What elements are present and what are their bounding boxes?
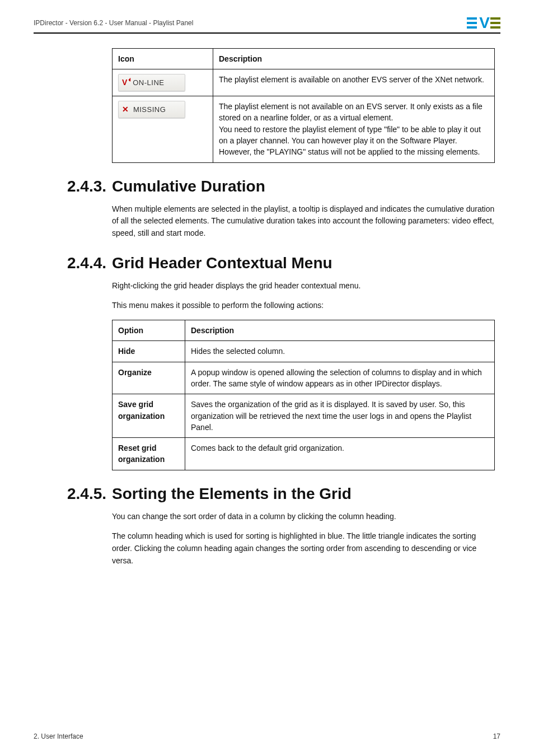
desc-cell-missing: The playlist element is not available on… [213, 96, 495, 162]
sorting-p1: You can change the sort order of data in… [112, 511, 495, 523]
icon-description-table: Icon Description V⏴ ON-LINE The playlist… [112, 48, 495, 163]
opt-organize: Organize [113, 362, 185, 394]
section-number-244: 2.4.4. [67, 254, 106, 272]
section-body-cumulative: When multiple elements are selected in t… [112, 203, 495, 240]
status-box-online-icon: V⏴ ON-LINE [118, 74, 185, 91]
opt-reset-grid-desc: Comes back to the default grid organizat… [185, 438, 495, 470]
missing-desc-line1: The playlist element is not available on… [219, 102, 483, 122]
page-footer: 2. User Interface 17 [34, 732, 500, 740]
status-missing-label: MISSING [133, 105, 166, 114]
online-check-icon: V⏴ [122, 78, 127, 87]
section-number-243: 2.4.3. [67, 178, 106, 195]
desc-cell-online: The playlist element is available on ano… [213, 69, 495, 96]
icon-cell-online: V⏴ ON-LINE [113, 69, 213, 96]
col-icon-header: Icon [113, 49, 213, 69]
missing-desc-line2: You need to restore the playlist element… [219, 125, 481, 157]
col-desc-header: Description [213, 49, 495, 69]
logo-v-icon: V [479, 17, 489, 29]
section-title-cumulative: Cumulative Duration [112, 178, 495, 195]
evs-logo: V [467, 17, 500, 29]
status-box-missing-icon: ✕ MISSING [118, 101, 185, 118]
opt-organize-desc: A popup window is opened allowing the se… [185, 362, 495, 394]
opt-save-grid: Save grid organization [113, 394, 185, 438]
table-header-row: Icon Description [113, 49, 495, 69]
opt-save-grid-desc: Saves the organization of the grid as it… [185, 394, 495, 438]
table-row: V⏴ ON-LINE The playlist element is avail… [113, 69, 495, 96]
footer-left: 2. User Interface [34, 732, 83, 740]
footer-page-number: 17 [493, 732, 500, 740]
section-title-grid-header: Grid Header Contextual Menu [112, 254, 495, 272]
table-row: Save grid organization Saves the organiz… [113, 394, 495, 438]
section-title-sorting: Sorting the Elements in the Grid [112, 485, 495, 503]
product-line: IPDirector - Version 6.2 - User Manual -… [34, 19, 193, 27]
logo-bars-right-icon [490, 17, 500, 29]
icon-cell-missing: ✕ MISSING [113, 96, 213, 162]
opt-reset-grid: Reset grid organization [113, 438, 185, 470]
table-row: Reset grid organization Comes back to th… [113, 438, 495, 470]
option-description-table: Option Description Hide Hides the select… [112, 320, 495, 470]
logo-bars-left-icon [467, 17, 477, 29]
sorting-p2: The column heading which is used for sor… [112, 530, 495, 567]
missing-x-icon: ✕ [122, 105, 129, 114]
table-row: Organize A popup window is opened allowi… [113, 362, 495, 394]
table-row: Hide Hides the selected column. [113, 341, 495, 362]
section-number-245: 2.4.5. [67, 485, 106, 503]
col-option-desc-header: Description [185, 320, 495, 341]
grid-header-lead2: This menu makes it possible to perform t… [112, 300, 495, 312]
grid-header-lead1: Right-clicking the grid header displays … [112, 280, 495, 292]
table-row: ✕ MISSING The playlist element is not av… [113, 96, 495, 162]
opt-hide: Hide [113, 341, 185, 362]
page-header: IPDirector - Version 6.2 - User Manual -… [34, 17, 500, 34]
col-option-header: Option [113, 320, 185, 341]
table-header-row: Option Description [113, 320, 495, 341]
status-online-label: ON-LINE [133, 78, 164, 87]
opt-hide-desc: Hides the selected column. [185, 341, 495, 362]
